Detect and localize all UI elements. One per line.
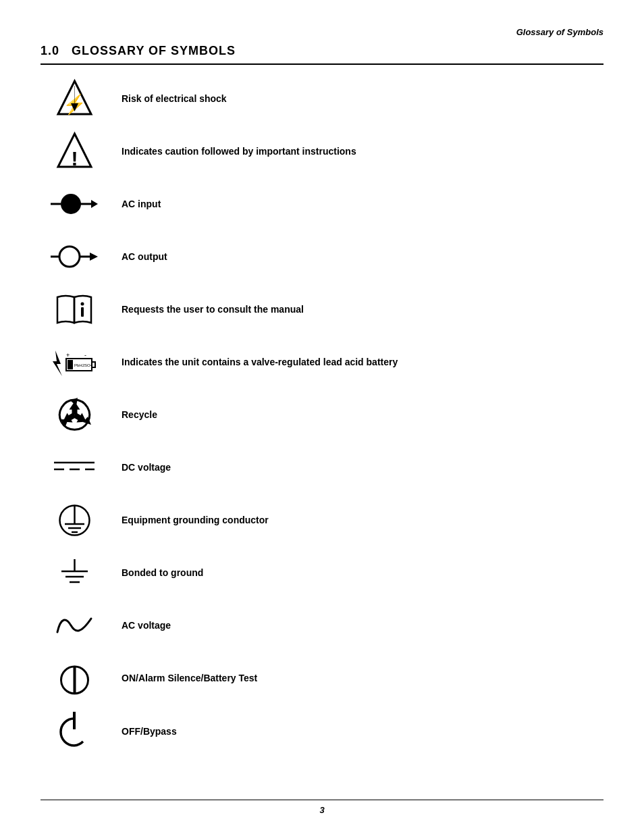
list-item: ⚡ Risk of electrical shock bbox=[41, 78, 603, 119]
grounding-icon bbox=[41, 502, 108, 539]
consult-manual-label: Requests the user to consult the manual bbox=[108, 304, 304, 315]
recycle-icon: R bbox=[41, 396, 108, 434]
dc-voltage-icon bbox=[41, 457, 108, 477]
ac-voltage-label: AC voltage bbox=[108, 620, 171, 631]
bonded-ground-label: Bonded to ground bbox=[108, 567, 203, 578]
battery-icon: PbH2SO4 + - bbox=[41, 344, 108, 381]
title-divider bbox=[41, 63, 603, 65]
list-item: Requests the user to consult the manual bbox=[41, 289, 603, 330]
ac-input-icon bbox=[41, 190, 108, 217]
footer-divider bbox=[41, 800, 603, 800]
list-item: OFF/Bypass bbox=[41, 710, 603, 752]
section-title: 1.0 Glossary of Symbols bbox=[41, 44, 603, 58]
on-alarm-icon bbox=[41, 658, 108, 698]
svg-marker-8 bbox=[91, 200, 98, 208]
footer-page-number: 3 bbox=[0, 805, 644, 815]
svg-text:+: + bbox=[66, 352, 70, 359]
list-item: PbH2SO4 + - Indicates the unit contains … bbox=[41, 342, 603, 382]
list-item: AC output bbox=[41, 236, 603, 277]
page: Glossary of Symbols 1.0 Glossary of Symb… bbox=[0, 0, 644, 834]
battery-label: Indicates the unit contains a valve-regu… bbox=[108, 357, 398, 367]
caution-label: Indicates caution followed by important … bbox=[108, 146, 356, 157]
electrical-shock-label: Risk of electrical shock bbox=[108, 93, 227, 104]
svg-point-14 bbox=[81, 303, 84, 306]
list-item: DC voltage bbox=[41, 447, 603, 488]
section-title-text: Glossary of Symbols bbox=[72, 44, 236, 57]
list-item: Equipment grounding conductor bbox=[41, 500, 603, 540]
svg-point-6 bbox=[61, 194, 81, 214]
section-number: 1.0 bbox=[41, 44, 59, 57]
list-item: ! Indicates caution followed by importan… bbox=[41, 131, 603, 172]
list-item: Bonded to ground bbox=[41, 552, 603, 593]
list-item: AC voltage bbox=[41, 605, 603, 646]
svg-rect-18 bbox=[68, 360, 73, 369]
on-alarm-label: ON/Alarm Silence/Battery Test bbox=[108, 673, 257, 683]
electrical-shock-icon: ⚡ bbox=[41, 79, 108, 118]
off-bypass-label: OFF/Bypass bbox=[108, 726, 177, 737]
svg-point-10 bbox=[59, 246, 80, 267]
symbol-list: ⚡ Risk of electrical shock ! Indicates c… bbox=[41, 78, 603, 752]
ac-input-label: AC input bbox=[108, 199, 161, 209]
svg-rect-15 bbox=[81, 307, 84, 317]
ac-output-label: AC output bbox=[108, 251, 167, 262]
svg-text:!: ! bbox=[71, 147, 78, 170]
svg-text:-: - bbox=[84, 352, 86, 359]
header-right-text: Glossary of Symbols bbox=[41, 27, 603, 37]
list-item: R Recycle bbox=[41, 394, 603, 435]
bonded-ground-icon bbox=[41, 558, 108, 588]
recycle-label: Recycle bbox=[108, 409, 157, 420]
grounding-label: Equipment grounding conductor bbox=[108, 515, 269, 525]
caution-icon: ! bbox=[41, 132, 108, 171]
svg-text:R: R bbox=[72, 413, 77, 420]
list-item: ON/Alarm Silence/Battery Test bbox=[41, 658, 603, 698]
off-bypass-icon bbox=[41, 710, 108, 752]
consult-manual-icon bbox=[41, 292, 108, 327]
svg-text:PbH2SO4: PbH2SO4 bbox=[74, 363, 93, 367]
list-item: AC input bbox=[41, 184, 603, 224]
ac-voltage-icon bbox=[41, 610, 108, 641]
ac-output-icon bbox=[41, 243, 108, 270]
dc-voltage-label: DC voltage bbox=[108, 462, 171, 473]
svg-marker-12 bbox=[90, 253, 98, 261]
